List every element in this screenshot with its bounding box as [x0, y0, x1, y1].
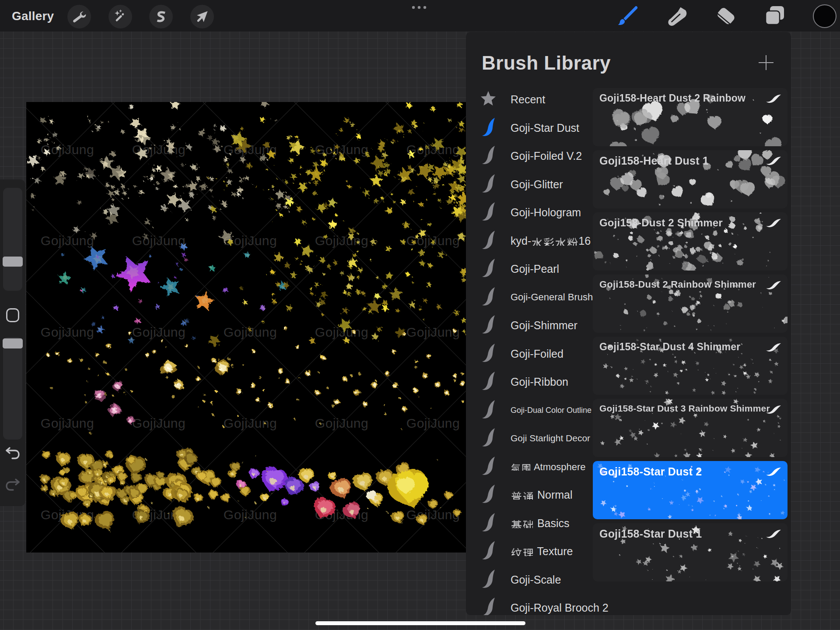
- svg-text:GojiJung: GojiJung: [41, 416, 94, 430]
- svg-text:GojiJung: GojiJung: [41, 325, 94, 339]
- svg-text:GojiJung: GojiJung: [406, 416, 460, 430]
- svg-text:GojiJung: GojiJung: [315, 233, 368, 248]
- svg-text:GojiJung: GojiJung: [224, 507, 277, 522]
- svg-text:GojiJung: GojiJung: [406, 325, 460, 339]
- svg-text:GojiJung: GojiJung: [224, 325, 277, 339]
- svg-text:GojiJung: GojiJung: [132, 416, 186, 430]
- svg-text:GojiJung: GojiJung: [406, 507, 460, 522]
- svg-text:GojiJung: GojiJung: [315, 416, 368, 430]
- svg-text:GojiJung: GojiJung: [41, 233, 94, 248]
- svg-text:GojiJung: GojiJung: [224, 416, 277, 430]
- svg-text:GojiJung: GojiJung: [132, 233, 186, 248]
- svg-text:GojiJung: GojiJung: [132, 325, 186, 339]
